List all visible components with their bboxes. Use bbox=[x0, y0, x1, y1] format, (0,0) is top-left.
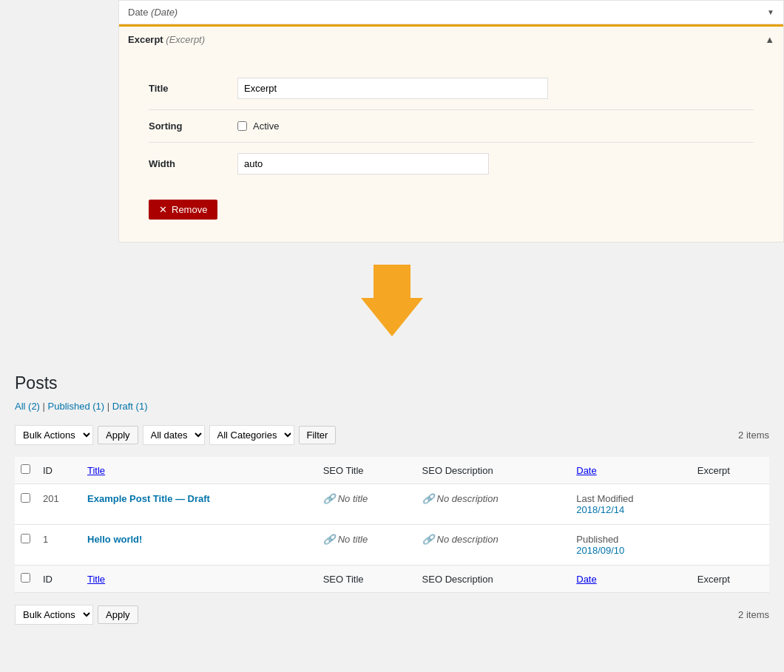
th-date-bottom: Date bbox=[570, 566, 691, 593]
posts-table-footer-row: ID Title SEO Title SEO Description Date … bbox=[15, 566, 769, 593]
filter-draft[interactable]: Draft (1) bbox=[112, 401, 148, 412]
top-table-toolbar: Bulk Actions Apply All dates All Categor… bbox=[15, 419, 769, 451]
excerpt-section: Excerpt (Excerpt) ▲ Title Sorting bbox=[119, 24, 783, 242]
bulk-actions-select-top[interactable]: Bulk Actions bbox=[15, 425, 93, 445]
excerpt-body: Title Sorting Active Width bbox=[119, 52, 783, 242]
link-icon-seo-desc-1: 🔗 bbox=[422, 534, 434, 545]
categories-select[interactable]: All Categories bbox=[209, 425, 294, 445]
sorting-label: Sorting bbox=[149, 110, 237, 143]
filter-all[interactable]: All (2) bbox=[15, 401, 40, 412]
row-title-link-1[interactable]: Hello world! bbox=[87, 534, 142, 545]
row-seo-desc-1: 🔗No description bbox=[416, 525, 571, 566]
bottom-table-toolbar: Bulk Actions Apply 2 items bbox=[15, 599, 769, 631]
row-excerpt-201 bbox=[692, 484, 769, 525]
row-id-1: 1 bbox=[37, 525, 81, 566]
remove-button[interactable]: ✕ Remove bbox=[149, 200, 217, 220]
toolbar-left: Bulk Actions Apply All dates All Categor… bbox=[15, 425, 336, 445]
items-count-bottom: 2 items bbox=[738, 609, 769, 620]
remove-label: Remove bbox=[172, 204, 207, 215]
row-checkbox-201[interactable] bbox=[21, 493, 30, 503]
th-checkbox bbox=[15, 457, 37, 484]
dates-select[interactable]: All dates bbox=[143, 425, 205, 445]
active-label: Active bbox=[253, 121, 279, 132]
arrow-head bbox=[361, 298, 423, 336]
link-icon-seo-desc-201: 🔗 bbox=[422, 493, 434, 504]
table-row: 201 Example Post Title — Draft 🔗No title… bbox=[15, 484, 769, 525]
posts-table-head: ID Title SEO Title SEO Description Date … bbox=[15, 457, 769, 484]
apply-button-top[interactable]: Apply bbox=[98, 426, 138, 444]
date-row-label: Date (Date) bbox=[128, 7, 178, 18]
items-count-top: 2 items bbox=[738, 430, 769, 441]
row-date-1: Published 2018/09/10 bbox=[570, 525, 691, 566]
th-date-link[interactable]: Date bbox=[576, 465, 596, 476]
row-seo-title-201: 🔗No title bbox=[317, 484, 416, 525]
posts-table-body: 201 Example Post Title — Draft 🔗No title… bbox=[15, 484, 769, 593]
active-checkbox-group: Active bbox=[237, 121, 754, 132]
th-title-bottom: Title bbox=[81, 566, 317, 593]
th-title: Title bbox=[81, 457, 317, 484]
width-label: Width bbox=[149, 143, 237, 186]
width-row: Width bbox=[149, 143, 754, 186]
select-all-checkbox[interactable] bbox=[21, 464, 30, 474]
link-icon-seo-title-201: 🔗 bbox=[323, 493, 335, 504]
th-excerpt-bottom: Excerpt bbox=[692, 566, 769, 593]
filter-links: All (2) | Published (1) | Draft (1) bbox=[15, 401, 769, 412]
th-checkbox-bottom bbox=[15, 566, 37, 593]
select-all-checkbox-bottom[interactable] bbox=[21, 573, 30, 583]
arrow-visual bbox=[361, 265, 423, 336]
top-panel: Date (Date) ▼ Excerpt (Excerpt) ▲ Title … bbox=[118, 0, 784, 242]
width-input[interactable] bbox=[237, 153, 489, 174]
th-seo-title-bottom: SEO Title bbox=[317, 566, 416, 593]
title-row: Title bbox=[149, 67, 754, 110]
apply-button-bottom[interactable]: Apply bbox=[98, 605, 138, 624]
excerpt-header[interactable]: Excerpt (Excerpt) ▲ bbox=[119, 27, 783, 52]
th-seo-description-bottom: SEO Description bbox=[416, 566, 571, 593]
arrow-stem bbox=[374, 265, 410, 298]
excerpt-form-table: Title Sorting Active Width bbox=[149, 67, 754, 185]
row-id-201: 201 bbox=[37, 484, 81, 525]
posts-table-header-row: ID Title SEO Title SEO Description Date … bbox=[15, 457, 769, 484]
remove-icon: ✕ bbox=[159, 204, 167, 215]
row-seo-title-1: 🔗No title bbox=[317, 525, 416, 566]
excerpt-collapse-arrow: ▲ bbox=[765, 34, 774, 45]
filter-button[interactable]: Filter bbox=[299, 426, 337, 444]
posts-title: Posts bbox=[15, 359, 769, 401]
table-row: 1 Hello world! 🔗No title 🔗No description… bbox=[15, 525, 769, 566]
row-checkbox-1[interactable] bbox=[21, 534, 30, 543]
bottom-toolbar-left: Bulk Actions Apply bbox=[15, 605, 138, 625]
row-title-201: Example Post Title — Draft bbox=[81, 484, 317, 525]
sorting-row: Sorting Active bbox=[149, 110, 754, 143]
filter-published[interactable]: Published (1) bbox=[48, 401, 105, 412]
th-date-link-bottom[interactable]: Date bbox=[576, 574, 596, 585]
title-input[interactable] bbox=[237, 78, 548, 99]
row-date-link-1[interactable]: 2018/09/10 bbox=[576, 545, 685, 556]
th-title-link[interactable]: Title bbox=[87, 465, 105, 476]
row-date-201: Last Modified 2018/12/14 bbox=[570, 484, 691, 525]
bulk-actions-select-bottom[interactable]: Bulk Actions bbox=[15, 605, 93, 625]
active-checkbox[interactable] bbox=[237, 121, 247, 131]
th-excerpt: Excerpt bbox=[692, 457, 769, 484]
date-collapse-arrow: ▼ bbox=[767, 8, 774, 16]
row-excerpt-1 bbox=[692, 525, 769, 566]
th-date: Date bbox=[570, 457, 691, 484]
row-seo-desc-201: 🔗No description bbox=[416, 484, 571, 525]
th-seo-title: SEO Title bbox=[317, 457, 416, 484]
th-seo-description: SEO Description bbox=[416, 457, 571, 484]
th-id: ID bbox=[37, 457, 81, 484]
th-title-link-bottom[interactable]: Title bbox=[87, 574, 105, 585]
link-icon-seo-title-1: 🔗 bbox=[323, 534, 335, 545]
excerpt-header-label: Excerpt (Excerpt) bbox=[128, 34, 205, 45]
row-title-link-201[interactable]: Example Post Title — Draft bbox=[87, 493, 210, 504]
th-id-bottom: ID bbox=[37, 566, 81, 593]
posts-section: Posts All (2) | Published (1) | Draft (1… bbox=[0, 359, 784, 645]
date-row[interactable]: Date (Date) ▼ bbox=[119, 1, 783, 24]
row-title-1: Hello world! bbox=[81, 525, 317, 566]
title-label: Title bbox=[149, 67, 237, 110]
row-date-link-201[interactable]: 2018/12/14 bbox=[576, 504, 685, 515]
down-arrow-container bbox=[0, 242, 784, 359]
posts-table: ID Title SEO Title SEO Description Date … bbox=[15, 457, 769, 593]
